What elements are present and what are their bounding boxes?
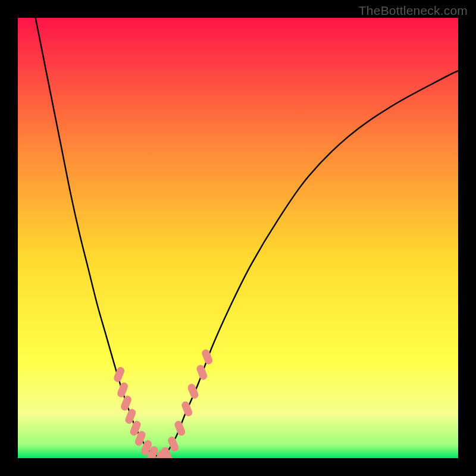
outer-frame: TheBottleneck.com [0,0,476,476]
watermark-text: TheBottleneck.com [359,4,468,18]
bottleneck-chart [18,18,458,458]
gradient-background [18,18,458,458]
